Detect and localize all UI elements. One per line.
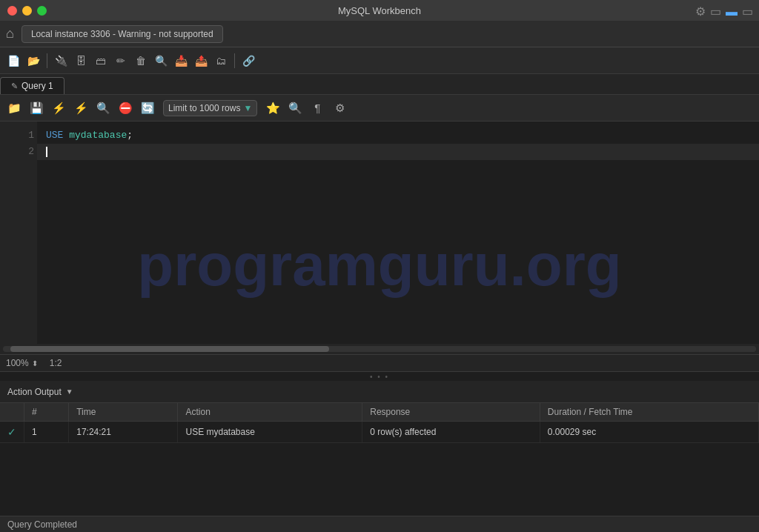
open-sql-button[interactable]: 📁: [4, 99, 24, 118]
tab-pencil-icon: ✎: [11, 82, 18, 91]
code-line-1: USE mydatabase;: [46, 127, 750, 144]
db-import-button[interactable]: 📥: [172, 52, 190, 70]
favorite-button[interactable]: ⭐: [263, 99, 282, 118]
search-button[interactable]: 🔍: [285, 99, 305, 118]
query-tab-1[interactable]: ✎ Query 1: [0, 77, 64, 94]
check-icon: ✓: [7, 426, 16, 438]
top-right-icons: ⚙ ▭ ▬ ▭: [695, 4, 753, 19]
home-icon[interactable]: ⌂: [6, 26, 14, 41]
keyword-use: USE: [46, 127, 63, 144]
maximize-button[interactable]: [37, 6, 47, 16]
cursor-position: 1:2: [50, 358, 62, 368]
limit-dropdown[interactable]: Limit to 1000 rows ▼: [163, 100, 257, 116]
row-action: USE mydatabase: [178, 422, 362, 443]
resize-dots-icon: • • •: [370, 373, 389, 381]
resize-handle[interactable]: • • •: [0, 372, 759, 381]
panel-icon[interactable]: ▬: [726, 5, 738, 19]
line-num-2: 2: [3, 144, 34, 160]
format-button[interactable]: ¶: [308, 99, 327, 118]
zoom-control[interactable]: 100% ⬍: [6, 358, 38, 368]
titlebar: MySQL Workbench: [0, 0, 759, 21]
row-response: 0 row(s) affected: [362, 422, 540, 443]
output-arrow-icon[interactable]: ▼: [66, 388, 73, 396]
db-alter-button[interactable]: ✏: [112, 52, 130, 70]
stop-button[interactable]: 🔍: [93, 99, 113, 118]
line-num-1: 1: [3, 127, 34, 144]
open-file-button[interactable]: 📂: [24, 52, 42, 70]
new-file-button[interactable]: 📄: [4, 52, 22, 70]
text-cursor: [46, 147, 47, 157]
sql-toolbar: 📁 💾 ⚡ ⚡ 🔍 ⛔ 🔄 Limit to 1000 rows ▼ ⭐ 🔍 ¶…: [0, 95, 759, 122]
execute-current-button[interactable]: ⚡: [71, 99, 90, 118]
limit-arrow-icon: ▼: [243, 103, 252, 113]
output-label: Action Output: [7, 387, 62, 397]
zoom-level: 100%: [6, 358, 29, 368]
query-tabs: ✎ Query 1: [0, 74, 759, 95]
main-toolbar: 📄 📂 🔌 🗄 🗃 ✏ 🗑 🔍 📥 📤 🗂 🔗: [0, 47, 759, 74]
toolbar-separator-1: [47, 53, 47, 68]
horizontal-scrollbar[interactable]: [0, 344, 759, 354]
editor-area[interactable]: 1 2 USE mydatabase; programguru.org: [0, 122, 759, 344]
col-header-response: Response: [362, 403, 540, 422]
output-header: Action Output ▼: [0, 381, 759, 403]
col-header-status: [0, 403, 24, 422]
col-header-time: Time: [69, 403, 178, 422]
zoom-arrows-icon[interactable]: ⬍: [32, 359, 38, 368]
db-manage-button[interactable]: 🗄: [72, 52, 90, 70]
row-num: 1: [24, 422, 69, 443]
db-create-button[interactable]: 🗃: [92, 52, 110, 70]
instance-tab[interactable]: Local instance 3306 - Warning - not supp…: [21, 25, 223, 43]
toolbar-separator-2: [234, 53, 235, 68]
col-header-action: Action: [178, 403, 362, 422]
code-line-2: [37, 144, 759, 160]
line-numbers: 1 2: [0, 122, 37, 344]
semicolon: ;: [127, 127, 133, 144]
output-icon[interactable]: ▭: [742, 4, 753, 19]
db-connect-button[interactable]: 🔌: [52, 52, 70, 70]
code-area[interactable]: USE mydatabase;: [37, 122, 759, 344]
row-duration: 0.00029 sec: [540, 422, 758, 443]
save-sql-button[interactable]: 💾: [27, 99, 46, 118]
scrollbar-track[interactable]: [3, 346, 756, 352]
settings2-button[interactable]: ⚙: [330, 99, 349, 118]
db-inspect-button[interactable]: 🔍: [152, 52, 170, 70]
status-text: Query Completed: [7, 519, 77, 530]
db-export-button[interactable]: 📤: [192, 52, 210, 70]
refresh-button[interactable]: 🔄: [138, 99, 157, 118]
editor-content: 1 2 USE mydatabase;: [0, 122, 759, 344]
db-drop-button[interactable]: 🗑: [132, 52, 150, 70]
output-table: # Time Action Response Duration / Fetch …: [0, 403, 759, 443]
keyword-db: mydatabase: [69, 127, 127, 144]
stop-red-button[interactable]: ⛔: [116, 99, 135, 118]
scrollbar-thumb[interactable]: [10, 346, 329, 352]
col-header-num: #: [24, 403, 69, 422]
output-row-1: ✓ 1 17:24:21 USE mydatabase 0 row(s) aff…: [0, 422, 759, 443]
query-tab-label: Query 1: [21, 81, 53, 91]
row-time: 17:24:21: [69, 422, 178, 443]
menubar: ⌂ Local instance 3306 - Warning - not su…: [0, 21, 759, 47]
col-header-duration: Duration / Fetch Time: [540, 403, 758, 422]
row-check: ✓: [0, 422, 24, 443]
settings-icon[interactable]: ⚙: [695, 4, 706, 19]
db-link-button[interactable]: 🔗: [239, 52, 257, 70]
window-title: MySQL Workbench: [338, 5, 421, 16]
editor-status: 100% ⬍ 1:2: [0, 354, 759, 372]
schema-button[interactable]: 🗂: [212, 52, 230, 70]
bottom-status-bar: Query Completed: [0, 516, 759, 532]
execute-button[interactable]: ⚡: [49, 99, 68, 118]
sidebar-icon[interactable]: ▭: [710, 4, 721, 19]
close-button[interactable]: [7, 6, 17, 16]
output-panel: Action Output ▼ # Time Action Response D…: [0, 381, 759, 443]
minimize-button[interactable]: [22, 6, 32, 16]
limit-label: Limit to 1000 rows: [168, 103, 240, 113]
window-controls: [7, 6, 47, 16]
